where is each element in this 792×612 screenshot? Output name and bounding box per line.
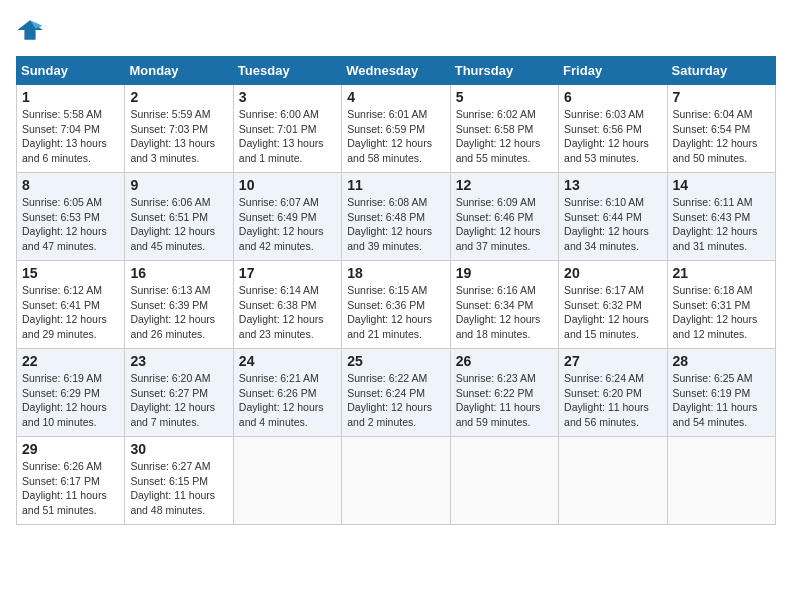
day-info: Sunrise: 6:18 AMSunset: 6:31 PMDaylight:…: [673, 283, 770, 342]
day-cell: 26Sunrise: 6:23 AMSunset: 6:22 PMDayligh…: [450, 349, 558, 437]
day-cell: 21Sunrise: 6:18 AMSunset: 6:31 PMDayligh…: [667, 261, 775, 349]
day-info: Sunrise: 6:02 AMSunset: 6:58 PMDaylight:…: [456, 107, 553, 166]
day-info: Sunrise: 6:25 AMSunset: 6:19 PMDaylight:…: [673, 371, 770, 430]
day-number: 28: [673, 353, 770, 369]
logo: [16, 16, 48, 44]
day-info: Sunrise: 6:05 AMSunset: 6:53 PMDaylight:…: [22, 195, 119, 254]
day-number: 4: [347, 89, 444, 105]
day-cell: 12Sunrise: 6:09 AMSunset: 6:46 PMDayligh…: [450, 173, 558, 261]
day-info: Sunrise: 6:08 AMSunset: 6:48 PMDaylight:…: [347, 195, 444, 254]
week-row-3: 15Sunrise: 6:12 AMSunset: 6:41 PMDayligh…: [17, 261, 776, 349]
day-number: 8: [22, 177, 119, 193]
day-info: Sunrise: 6:03 AMSunset: 6:56 PMDaylight:…: [564, 107, 661, 166]
day-cell: 5Sunrise: 6:02 AMSunset: 6:58 PMDaylight…: [450, 85, 558, 173]
week-row-1: 1Sunrise: 5:58 AMSunset: 7:04 PMDaylight…: [17, 85, 776, 173]
day-info: Sunrise: 6:20 AMSunset: 6:27 PMDaylight:…: [130, 371, 227, 430]
day-cell: 9Sunrise: 6:06 AMSunset: 6:51 PMDaylight…: [125, 173, 233, 261]
day-info: Sunrise: 6:14 AMSunset: 6:38 PMDaylight:…: [239, 283, 336, 342]
day-cell: 29Sunrise: 6:26 AMSunset: 6:17 PMDayligh…: [17, 437, 125, 525]
day-number: 24: [239, 353, 336, 369]
day-number: 14: [673, 177, 770, 193]
day-cell: 8Sunrise: 6:05 AMSunset: 6:53 PMDaylight…: [17, 173, 125, 261]
day-info: Sunrise: 6:09 AMSunset: 6:46 PMDaylight:…: [456, 195, 553, 254]
day-info: Sunrise: 6:12 AMSunset: 6:41 PMDaylight:…: [22, 283, 119, 342]
day-cell: 22Sunrise: 6:19 AMSunset: 6:29 PMDayligh…: [17, 349, 125, 437]
day-number: 18: [347, 265, 444, 281]
week-row-2: 8Sunrise: 6:05 AMSunset: 6:53 PMDaylight…: [17, 173, 776, 261]
day-cell: 28Sunrise: 6:25 AMSunset: 6:19 PMDayligh…: [667, 349, 775, 437]
day-number: 11: [347, 177, 444, 193]
calendar-table: SundayMondayTuesdayWednesdayThursdayFrid…: [16, 56, 776, 525]
weekday-header-tuesday: Tuesday: [233, 57, 341, 85]
day-cell: 23Sunrise: 6:20 AMSunset: 6:27 PMDayligh…: [125, 349, 233, 437]
day-cell: 4Sunrise: 6:01 AMSunset: 6:59 PMDaylight…: [342, 85, 450, 173]
day-cell: 2Sunrise: 5:59 AMSunset: 7:03 PMDaylight…: [125, 85, 233, 173]
weekday-header-saturday: Saturday: [667, 57, 775, 85]
day-number: 2: [130, 89, 227, 105]
svg-marker-0: [17, 20, 42, 40]
day-cell: [667, 437, 775, 525]
day-number: 20: [564, 265, 661, 281]
day-info: Sunrise: 6:15 AMSunset: 6:36 PMDaylight:…: [347, 283, 444, 342]
day-cell: [450, 437, 558, 525]
page-header: [16, 16, 776, 44]
day-cell: 18Sunrise: 6:15 AMSunset: 6:36 PMDayligh…: [342, 261, 450, 349]
day-info: Sunrise: 6:13 AMSunset: 6:39 PMDaylight:…: [130, 283, 227, 342]
day-cell: [233, 437, 341, 525]
day-info: Sunrise: 6:21 AMSunset: 6:26 PMDaylight:…: [239, 371, 336, 430]
day-number: 19: [456, 265, 553, 281]
day-info: Sunrise: 6:06 AMSunset: 6:51 PMDaylight:…: [130, 195, 227, 254]
weekday-header-friday: Friday: [559, 57, 667, 85]
day-info: Sunrise: 5:58 AMSunset: 7:04 PMDaylight:…: [22, 107, 119, 166]
day-number: 22: [22, 353, 119, 369]
day-number: 26: [456, 353, 553, 369]
day-number: 9: [130, 177, 227, 193]
day-info: Sunrise: 6:16 AMSunset: 6:34 PMDaylight:…: [456, 283, 553, 342]
day-number: 10: [239, 177, 336, 193]
day-cell: 13Sunrise: 6:10 AMSunset: 6:44 PMDayligh…: [559, 173, 667, 261]
day-info: Sunrise: 6:00 AMSunset: 7:01 PMDaylight:…: [239, 107, 336, 166]
day-info: Sunrise: 6:23 AMSunset: 6:22 PMDaylight:…: [456, 371, 553, 430]
day-number: 21: [673, 265, 770, 281]
day-number: 25: [347, 353, 444, 369]
weekday-header-monday: Monday: [125, 57, 233, 85]
day-cell: 20Sunrise: 6:17 AMSunset: 6:32 PMDayligh…: [559, 261, 667, 349]
day-number: 30: [130, 441, 227, 457]
day-cell: 14Sunrise: 6:11 AMSunset: 6:43 PMDayligh…: [667, 173, 775, 261]
day-info: Sunrise: 6:11 AMSunset: 6:43 PMDaylight:…: [673, 195, 770, 254]
day-cell: 15Sunrise: 6:12 AMSunset: 6:41 PMDayligh…: [17, 261, 125, 349]
day-info: Sunrise: 6:27 AMSunset: 6:15 PMDaylight:…: [130, 459, 227, 518]
day-cell: 1Sunrise: 5:58 AMSunset: 7:04 PMDaylight…: [17, 85, 125, 173]
day-cell: 7Sunrise: 6:04 AMSunset: 6:54 PMDaylight…: [667, 85, 775, 173]
day-number: 13: [564, 177, 661, 193]
day-info: Sunrise: 6:24 AMSunset: 6:20 PMDaylight:…: [564, 371, 661, 430]
day-cell: 24Sunrise: 6:21 AMSunset: 6:26 PMDayligh…: [233, 349, 341, 437]
day-cell: 16Sunrise: 6:13 AMSunset: 6:39 PMDayligh…: [125, 261, 233, 349]
day-number: 15: [22, 265, 119, 281]
day-info: Sunrise: 6:01 AMSunset: 6:59 PMDaylight:…: [347, 107, 444, 166]
day-cell: 25Sunrise: 6:22 AMSunset: 6:24 PMDayligh…: [342, 349, 450, 437]
day-cell: 27Sunrise: 6:24 AMSunset: 6:20 PMDayligh…: [559, 349, 667, 437]
weekday-header-wednesday: Wednesday: [342, 57, 450, 85]
day-number: 27: [564, 353, 661, 369]
day-number: 12: [456, 177, 553, 193]
day-cell: [342, 437, 450, 525]
day-number: 1: [22, 89, 119, 105]
day-cell: [559, 437, 667, 525]
calendar-header-row: SundayMondayTuesdayWednesdayThursdayFrid…: [17, 57, 776, 85]
day-number: 3: [239, 89, 336, 105]
week-row-5: 29Sunrise: 6:26 AMSunset: 6:17 PMDayligh…: [17, 437, 776, 525]
weekday-header-sunday: Sunday: [17, 57, 125, 85]
day-info: Sunrise: 6:22 AMSunset: 6:24 PMDaylight:…: [347, 371, 444, 430]
day-info: Sunrise: 5:59 AMSunset: 7:03 PMDaylight:…: [130, 107, 227, 166]
day-number: 23: [130, 353, 227, 369]
day-number: 17: [239, 265, 336, 281]
day-info: Sunrise: 6:26 AMSunset: 6:17 PMDaylight:…: [22, 459, 119, 518]
day-info: Sunrise: 6:10 AMSunset: 6:44 PMDaylight:…: [564, 195, 661, 254]
day-cell: 10Sunrise: 6:07 AMSunset: 6:49 PMDayligh…: [233, 173, 341, 261]
week-row-4: 22Sunrise: 6:19 AMSunset: 6:29 PMDayligh…: [17, 349, 776, 437]
day-info: Sunrise: 6:07 AMSunset: 6:49 PMDaylight:…: [239, 195, 336, 254]
day-cell: 3Sunrise: 6:00 AMSunset: 7:01 PMDaylight…: [233, 85, 341, 173]
day-number: 6: [564, 89, 661, 105]
day-cell: 11Sunrise: 6:08 AMSunset: 6:48 PMDayligh…: [342, 173, 450, 261]
